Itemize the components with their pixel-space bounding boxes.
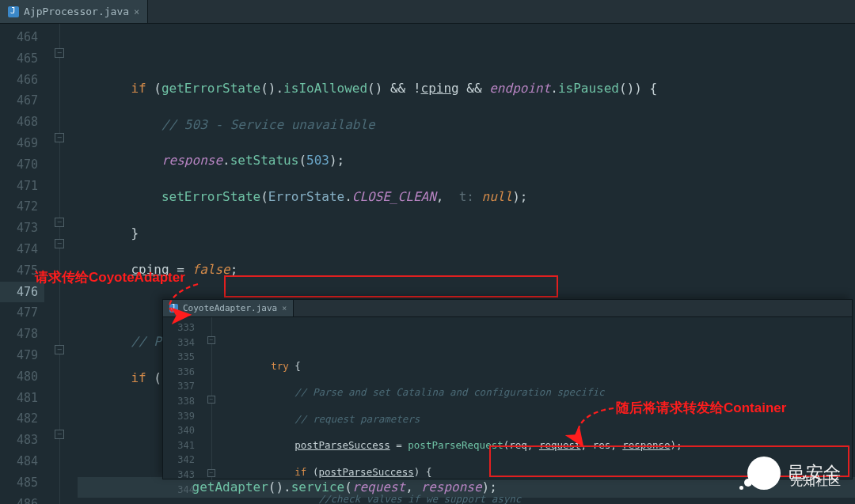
java-file-icon (169, 304, 178, 313)
tab-coyoteadapter[interactable]: CoyoteAdapter.java × (163, 300, 294, 316)
tab-ajpprocessor[interactable]: AjpProcessor.java × (0, 0, 148, 23)
fold-marker-icon[interactable]: − (207, 469, 215, 477)
annotation-left: 请求传给CoyoteAdapter (35, 268, 185, 286)
inset-tab-filename: CoyoteAdapter.java (183, 303, 277, 313)
fold-marker-icon[interactable]: − (55, 239, 64, 248)
watermark-secondary: 先知社区 (790, 473, 841, 490)
inset-editor[interactable]: CoyoteAdapter.java × 333334335336 337338… (162, 299, 853, 479)
tab-bar: AjpProcessor.java × (0, 0, 855, 24)
fold-gutter: − − − − − − (44, 24, 78, 504)
java-file-icon (8, 6, 19, 17)
chat-bubble-icon (747, 457, 781, 490)
line-numbers: 464465466467 468469470471 472473474475 4… (0, 24, 44, 504)
annotation-right: 随后将请求转发给Container (616, 399, 786, 417)
inset-line-numbers: 333334335336 337338339340 341342343344 (163, 317, 201, 480)
inset-tab-bar: CoyoteAdapter.java × (163, 300, 852, 317)
fold-marker-icon[interactable]: − (55, 345, 64, 354)
fold-marker-icon[interactable]: − (207, 336, 215, 344)
close-icon[interactable]: × (282, 304, 287, 313)
inset-fold-gutter: − − − (201, 317, 223, 480)
fold-marker-icon[interactable]: − (55, 218, 64, 227)
tab-filename: AjpProcessor.java (24, 6, 129, 17)
close-icon[interactable]: × (134, 6, 139, 17)
fold-marker-icon[interactable]: − (207, 396, 215, 404)
fold-marker-icon[interactable]: − (55, 430, 64, 439)
fold-marker-icon[interactable]: − (55, 48, 64, 58)
fold-marker-icon[interactable]: − (55, 133, 64, 142)
